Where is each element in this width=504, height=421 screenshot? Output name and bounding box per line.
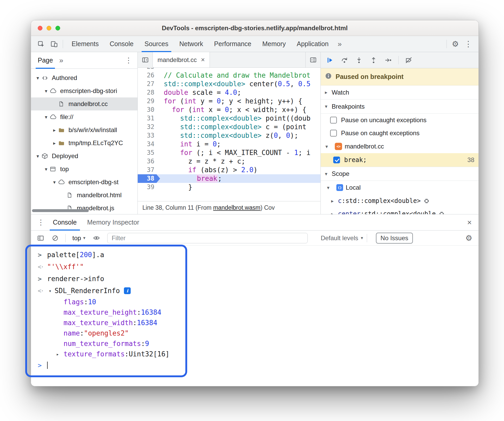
breakpoint-entry[interactable]: break; 38 [321,153,478,167]
chevron-right-icon[interactable]: ▸ [56,351,64,357]
execution-context-selector[interactable]: top ▾ [69,234,89,242]
line-number[interactable]: 26 [138,71,160,80]
no-issues-button[interactable]: No Issues [376,233,413,244]
pause-on-caught-row[interactable]: Pause on caught exceptions [321,127,478,140]
more-panels-icon[interactable]: » [334,40,345,48]
object-property-texture_formats[interactable]: ▸texture_formats: Uint32[16] [31,349,478,359]
object-property-max_texture_width[interactable]: max_texture_width: 16384 [31,318,478,328]
object-property-num_texture_formats[interactable]: num_texture_formats: 9 [31,338,478,349]
toggle-debugger-sidebar-icon[interactable] [305,52,320,67]
execution-line-marker[interactable]: 38 [138,174,160,183]
chevron-down-icon[interactable]: ▾ [49,288,52,294]
tree-item-emscripten-dbg-stori[interactable]: ▾emscripten-dbg-stori [31,84,137,97]
console-object-entry[interactable]: <·▾SDL_RendererInfoi [31,285,478,297]
close-tab-icon[interactable]: × [201,56,205,64]
expander-right-icon[interactable]: ▸ [51,127,58,133]
log-levels-dropdown[interactable]: Default levels ▾ [321,234,363,242]
console-prompt[interactable]: > [31,359,478,371]
tree-item-tmp-tmp-elctq2yc[interactable]: ▸tmp/tmp.ELcTq2YC [31,137,137,150]
tree-item-file-[interactable]: ▾file:// [31,110,137,123]
console-input-entry[interactable]: >palette[200].a [31,249,478,261]
tree-item-deployed[interactable]: ▾Deployed [31,150,137,163]
close-drawer-icon[interactable]: × [463,218,475,227]
wasm-source-link[interactable]: mandelbrot.wasm [213,204,261,211]
chevron-down-icon[interactable]: ▾ [325,144,332,150]
line-number[interactable]: 30 [138,106,160,114]
object-property-flags[interactable]: flags: 10 [31,297,478,307]
breakpoint-file-group[interactable]: ▾ mandelbrot.cc [321,140,478,153]
expander-down-icon[interactable]: ▾ [34,75,41,81]
line-number[interactable]: 32 [138,123,160,131]
chevron-down-icon[interactable]: ▾ [325,171,332,177]
pause-on-uncaught-row[interactable]: Pause on uncaught exceptions [321,114,478,127]
tree-item-authored[interactable]: ▾Authored [31,71,137,84]
chevron-down-icon[interactable]: ▾ [327,185,334,191]
expander-down-icon[interactable]: ▾ [51,179,58,185]
step-into-icon[interactable] [352,54,366,66]
main-menu-kebab-icon[interactable]: ⋮ [462,38,475,50]
console-output[interactable]: >palette[200].a<·"'\\xff'">renderer->inf… [31,246,478,386]
navigator-more-tabs-icon[interactable]: » [56,56,66,65]
deactivate-breakpoints-icon[interactable] [402,54,415,66]
line-number[interactable]: 31 [138,114,160,123]
line-number[interactable]: 37 [138,166,160,174]
pause-on-caught-checkbox[interactable] [330,130,337,137]
toolbar-tab-performance[interactable]: Performance [209,36,257,52]
scope-variable-c[interactable]: ▸ c std::complex<double> [321,194,478,207]
device-toolbar-icon[interactable] [48,38,61,50]
chevron-right-icon[interactable]: ▸ [331,198,338,204]
tree-item-mandelbrot-js[interactable]: mandelbrot.js [31,202,137,214]
expander-right-icon[interactable]: ▸ [51,140,58,146]
drawer-kebab-icon[interactable]: ⋮ [34,218,48,227]
step-over-icon[interactable] [338,54,351,66]
navigator-kebab-icon[interactable]: ⋮ [122,56,135,65]
horizontal-scrollbar[interactable] [32,209,89,212]
expander-down-icon[interactable]: ▾ [34,153,41,159]
object-property-max_texture_height[interactable]: max_texture_height: 16384 [31,307,478,318]
toolbar-tab-memory[interactable]: Memory [257,36,291,52]
line-number[interactable]: 33 [138,131,160,140]
editor-tab-mandelbrot[interactable]: mandelbrot.cc × [153,52,210,67]
scope-section-header[interactable]: ▾ Scope [321,167,478,181]
toolbar-tab-sources[interactable]: Sources [139,36,174,52]
pause-on-uncaught-checkbox[interactable] [330,117,337,123]
minimize-window-button[interactable] [47,26,51,30]
breakpoints-section-header[interactable]: ▾ Breakpoints [321,100,478,114]
step-icon[interactable] [382,54,395,66]
expander-down-icon[interactable]: ▾ [42,114,50,120]
zoom-window-button[interactable] [55,26,60,30]
toggle-navigator-icon[interactable] [138,52,153,67]
line-number[interactable]: 28 [138,88,160,97]
code-area[interactable]: 2526// Calculate and draw the Mandelbrot… [138,68,320,201]
tree-item-top[interactable]: ▾top [31,163,137,176]
toolbar-tab-application[interactable]: Application [291,36,334,52]
tree-item-mandelbrot-html[interactable]: mandelbrot.html [31,189,137,202]
drawer-tab-memory-inspector[interactable]: Memory Inspector [82,214,144,231]
chevron-right-icon[interactable]: ▸ [325,89,332,95]
chevron-right-icon[interactable]: ▸ [331,211,338,214]
live-expression-eye-icon[interactable] [90,232,103,244]
inspect-icon[interactable] [35,38,48,50]
console-output-entry[interactable]: <·"'\\xff'" [31,261,478,273]
step-out-icon[interactable] [367,54,380,66]
line-number[interactable]: 34 [138,140,160,148]
console-sidebar-icon[interactable] [34,232,47,244]
tree-item-b-s-w-ir-x-w-install[interactable]: ▸b/s/w/ir/x/w/install [31,123,137,137]
info-badge-icon[interactable]: i [124,287,131,294]
line-number[interactable]: 29 [138,97,160,106]
chevron-down-icon[interactable]: ▾ [325,103,332,109]
scope-variable-center[interactable]: ▸ center std::complex<double [321,207,478,214]
watch-section-header[interactable]: ▸ Watch [321,85,478,100]
line-number[interactable]: 25 [138,68,160,71]
console-filter-input[interactable] [107,233,308,243]
line-number[interactable]: 35 [138,148,160,157]
settings-gear-icon[interactable]: ⚙ [449,38,462,50]
object-property-name[interactable]: name: "opengles2" [31,328,478,338]
scope-local-row[interactable]: ▾ Local [321,181,478,194]
expander-down-icon[interactable]: ▾ [42,88,50,94]
line-number[interactable]: 36 [138,157,160,166]
memory-inspector-icon[interactable] [438,211,445,214]
line-number[interactable]: 39 [138,183,160,191]
tree-item-emscripten-dbg-st[interactable]: ▾emscripten-dbg-st [31,176,137,189]
console-input-entry[interactable]: >renderer->info [31,273,478,285]
